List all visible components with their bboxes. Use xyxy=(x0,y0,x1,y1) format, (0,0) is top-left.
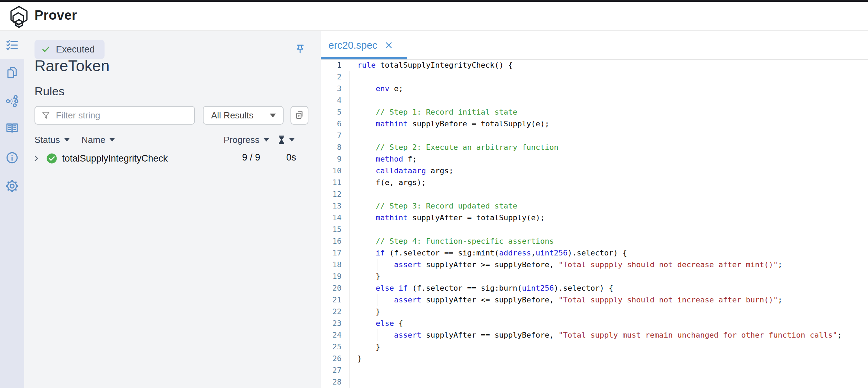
code-line[interactable]: 7 xyxy=(321,130,868,142)
sidebar-item-info[interactable] xyxy=(0,146,24,170)
code-line[interactable]: 23 else { xyxy=(321,318,868,329)
code-line-text: } xyxy=(357,341,380,353)
line-number: 27 xyxy=(321,365,342,376)
code-line[interactable]: 14 mathint supplyAfter = totalSupply(e); xyxy=(321,212,868,224)
code-line[interactable]: 20 else if (f.selector == sig:burn(uint2… xyxy=(321,282,868,294)
code-line-text: } xyxy=(357,271,380,282)
sort-caret-icon xyxy=(264,138,269,142)
line-number: 15 xyxy=(321,224,342,235)
code-line-text: rule totalSupplyIntegrityCheck() { xyxy=(357,59,513,71)
copy-results-button[interactable] xyxy=(290,106,308,125)
code-line[interactable]: 6 mathint supplyBefore = totalSupply(e); xyxy=(321,118,868,130)
code-line[interactable]: 15 xyxy=(321,224,868,235)
code-line-text: mathint supplyAfter = totalSupply(e); xyxy=(357,212,545,224)
duplicate-plus-icon xyxy=(295,110,304,120)
line-number: 21 xyxy=(321,294,342,306)
sidebar-item-rules[interactable] xyxy=(0,33,24,57)
line-number: 25 xyxy=(321,341,342,353)
column-header-status[interactable]: Status xyxy=(34,133,70,147)
line-number: 24 xyxy=(321,329,342,341)
line-number: 2 xyxy=(321,71,342,83)
code-lines[interactable]: 1rule totalSupplyIntegrityCheck() {23 en… xyxy=(321,31,868,388)
code-line[interactable]: 17 if (f.selector == sig:mint(address,ui… xyxy=(321,247,868,259)
check-icon xyxy=(41,45,50,54)
code-line-text: } xyxy=(357,306,380,318)
hourglass-icon xyxy=(278,135,285,145)
line-number: 16 xyxy=(321,235,342,247)
pin-button[interactable] xyxy=(293,42,307,56)
code-line[interactable]: 28 xyxy=(321,376,868,388)
copy-files-icon xyxy=(6,66,18,79)
code-line-text: env e; xyxy=(357,83,403,95)
code-line-text: method f; xyxy=(357,153,417,165)
code-line[interactable]: 9 method f; xyxy=(321,153,868,165)
job-title: RareToken xyxy=(34,57,110,75)
code-line-text: assert supplyAfter >= supplyBefore, "Tot… xyxy=(357,259,782,271)
code-line[interactable]: 2 xyxy=(321,71,868,83)
filter-funnel-icon xyxy=(41,111,50,120)
code-line-text: calldataarg args; xyxy=(357,165,453,177)
rule-name: totalSupplyIntegrityCheck xyxy=(62,153,168,164)
code-editor[interactable]: erc20.spec 1rule totalSupplyIntegrityChe… xyxy=(321,31,868,388)
sidebar-item-files[interactable] xyxy=(0,60,24,85)
filter-input[interactable] xyxy=(55,110,181,121)
sort-caret-icon xyxy=(109,138,115,142)
code-line[interactable]: 16 // Step 4: Function-specific assertio… xyxy=(321,235,868,247)
code-line[interactable]: 27 xyxy=(321,365,868,376)
line-number: 17 xyxy=(321,247,342,259)
code-line[interactable]: 13 // Step 3: Record updated state xyxy=(321,200,868,212)
line-number: 1 xyxy=(321,59,342,71)
results-filter-select[interactable]: All Results xyxy=(203,106,284,125)
rule-row[interactable]: totalSupplyIntegrityCheck xyxy=(32,149,315,167)
run-panel: Executed RareToken Rules All Results Sta… xyxy=(24,31,321,388)
prover-logo-icon xyxy=(8,5,30,28)
pin-icon xyxy=(295,44,306,55)
line-number: 13 xyxy=(321,200,342,212)
results-filter-value: All Results xyxy=(211,110,254,121)
code-line[interactable]: 26} xyxy=(321,353,868,365)
sidebar-item-settings[interactable] xyxy=(0,174,24,198)
code-line[interactable]: 8 // Step 2: Execute an arbitrary functi… xyxy=(321,142,868,153)
line-number: 14 xyxy=(321,212,342,224)
filter-input-box[interactable] xyxy=(34,106,195,125)
code-line[interactable]: 25 } xyxy=(321,341,868,353)
expand-chevron-icon[interactable] xyxy=(32,154,41,163)
code-line-text: // Step 3: Record updated state xyxy=(357,200,517,212)
sidebar-item-call-resolution[interactable] xyxy=(0,89,24,113)
line-number: 5 xyxy=(321,106,342,118)
verified-check-icon xyxy=(46,153,57,164)
settings-gear-icon xyxy=(6,180,19,193)
code-line[interactable]: 18 assert supplyAfter >= supplyBefore, "… xyxy=(321,259,868,271)
status-badge: Executed xyxy=(34,40,105,59)
code-line[interactable]: 12 xyxy=(321,188,868,200)
rules-list-icon xyxy=(6,39,18,51)
name-column-label: Name xyxy=(81,135,105,145)
code-line[interactable]: 4 xyxy=(321,95,868,106)
code-line[interactable]: 11 f(e, args); xyxy=(321,177,868,188)
status-badge-label: Executed xyxy=(56,44,95,55)
code-line[interactable]: 21 assert supplyAfter <= supplyBefore, "… xyxy=(321,294,868,306)
line-number: 6 xyxy=(321,118,342,130)
code-line[interactable]: 22 } xyxy=(321,306,868,318)
line-number: 7 xyxy=(321,130,342,142)
line-number: 10 xyxy=(321,165,342,177)
column-header-name[interactable]: Name xyxy=(81,133,115,147)
call-graph-icon xyxy=(6,95,19,108)
line-number: 11 xyxy=(321,177,342,188)
line-number: 18 xyxy=(321,259,342,271)
sort-caret-icon xyxy=(64,138,70,142)
sidebar-item-docs[interactable] xyxy=(0,116,24,140)
code-line[interactable]: 24 assert supplyAfter == supplyBefore, "… xyxy=(321,329,868,341)
code-line[interactable]: 10 calldataarg args; xyxy=(321,165,868,177)
line-number: 19 xyxy=(321,271,342,282)
code-line-text: // Step 2: Execute an arbitrary function xyxy=(357,142,559,153)
code-line-text: else if (f.selector == sig:burn(uint256)… xyxy=(357,282,613,294)
line-number: 4 xyxy=(321,95,342,106)
column-header-duration[interactable] xyxy=(278,133,295,147)
code-line[interactable]: 1rule totalSupplyIntegrityCheck() { xyxy=(321,59,868,71)
code-line[interactable]: 3 env e; xyxy=(321,83,868,95)
code-line[interactable]: 5 // Step 1: Record initial state xyxy=(321,106,868,118)
code-line[interactable]: 19 } xyxy=(321,271,868,282)
rules-section-title: Rules xyxy=(34,85,65,98)
column-header-progress[interactable]: Progress xyxy=(224,133,269,147)
